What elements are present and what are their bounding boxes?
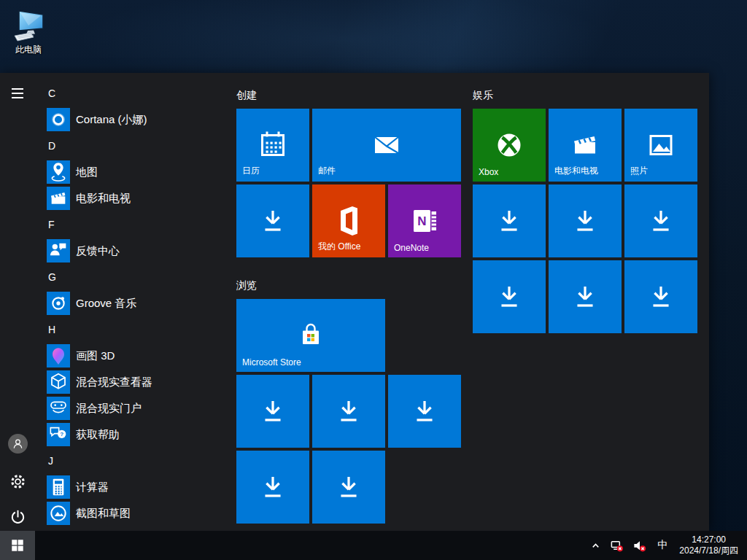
svg-text:N: N: [417, 214, 426, 228]
download-icon: [256, 470, 290, 504]
ime-indicator[interactable]: 中: [651, 539, 673, 552]
tile-movies[interactable]: 电影和电视: [549, 109, 622, 182]
tile-group-创建: 创建日历邮件我的 OfficeNOneNote: [236, 89, 461, 257]
system-tray: 中 14:27:00 2024/7/18/周四: [587, 531, 747, 560]
tile-label: 日历: [242, 165, 260, 177]
tile-onenote[interactable]: NOneNote: [388, 184, 461, 257]
tile-xbox[interactable]: Xbox: [473, 109, 546, 182]
tile-download[interactable]: [236, 375, 309, 448]
movies-icon: [568, 128, 603, 163]
tile-group-浏览: 浏览Microsoft Store: [236, 279, 461, 524]
download-icon: [256, 204, 290, 238]
tile-store[interactable]: Microsoft Store: [236, 299, 385, 372]
tile-photos[interactable]: 照片: [624, 109, 697, 182]
tile-label: 我的 Office: [318, 241, 360, 253]
tile-label: 照片: [630, 165, 648, 177]
this-pc-glyph: [11, 7, 46, 42]
tile-label: Xbox: [479, 167, 498, 177]
network-button[interactable]: [606, 531, 627, 560]
tile-grid: Xbox电影和电视照片: [473, 109, 697, 333]
taskbar: 中 14:27:00 2024/7/18/周四: [0, 531, 747, 560]
photos-icon: [643, 128, 678, 163]
tile-grid: 日历邮件我的 OfficeNOneNote: [236, 109, 461, 257]
tile-download[interactable]: [312, 451, 385, 524]
hidden-icons-button[interactable]: [587, 531, 605, 560]
tile-download[interactable]: [473, 260, 546, 333]
calendar-icon: [255, 128, 290, 163]
clock-time: 14:27:00: [679, 534, 738, 545]
store-icon: [293, 318, 328, 353]
office-icon: [331, 203, 366, 238]
download-icon: [492, 204, 526, 238]
desktop: 此电脑 CCortana (小娜)D地图电影和电视F反馈中心GGroove 音乐…: [0, 0, 747, 560]
volume-muted-icon: [632, 539, 646, 553]
mail-icon: [369, 128, 404, 163]
tile-label: 电影和电视: [554, 165, 598, 177]
xbox-icon: [492, 128, 527, 163]
tile-download[interactable]: [549, 260, 622, 333]
tile-office[interactable]: 我的 Office: [312, 184, 385, 257]
tile-calendar[interactable]: 日历: [236, 109, 309, 182]
download-icon: [332, 394, 365, 428]
chevron-up-icon: [590, 540, 601, 551]
group-header[interactable]: 创建: [236, 89, 461, 102]
group-header[interactable]: 浏览: [236, 279, 461, 292]
tile-label: 邮件: [318, 165, 336, 177]
download-icon: [644, 204, 678, 238]
tile-download[interactable]: [236, 184, 309, 257]
tile-download[interactable]: [388, 375, 461, 448]
download-icon: [256, 394, 290, 428]
group-header[interactable]: 娱乐: [473, 89, 697, 102]
tile-download[interactable]: [312, 375, 385, 448]
tile-mail[interactable]: 邮件: [312, 109, 461, 182]
tile-label: OneNote: [394, 243, 429, 253]
windows-logo-icon: [10, 538, 25, 553]
download-icon: [492, 280, 526, 314]
tile-download[interactable]: [624, 260, 697, 333]
this-pc-label: 此电脑: [15, 44, 42, 56]
tile-label: Microsoft Store: [242, 357, 301, 368]
tile-download[interactable]: [624, 184, 697, 257]
clock-date: 2024/7/18/周四: [679, 545, 738, 556]
onenote-icon: N: [407, 203, 442, 238]
download-icon: [568, 204, 602, 238]
network-disconnected-icon: [610, 539, 624, 553]
tile-groups: 创建日历邮件我的 OfficeNOneNote浏览Microsoft Store…: [0, 73, 709, 531]
tile-grid: Microsoft Store: [236, 299, 461, 524]
volume-button[interactable]: [629, 531, 650, 560]
tile-group-娱乐: 娱乐Xbox电影和电视照片: [473, 89, 697, 333]
clock[interactable]: 14:27:00 2024/7/18/周四: [675, 534, 744, 556]
tile-download[interactable]: [549, 184, 622, 257]
start-button[interactable]: [0, 531, 35, 560]
tile-download[interactable]: [236, 451, 309, 524]
this-pc-icon[interactable]: 此电脑: [6, 7, 51, 56]
download-icon: [644, 280, 678, 314]
start-menu: CCortana (小娜)D地图电影和电视F反馈中心GGroove 音乐H画图 …: [0, 73, 709, 531]
tile-download[interactable]: [473, 184, 546, 257]
download-icon: [332, 470, 365, 504]
download-icon: [408, 394, 441, 428]
download-icon: [568, 280, 602, 314]
